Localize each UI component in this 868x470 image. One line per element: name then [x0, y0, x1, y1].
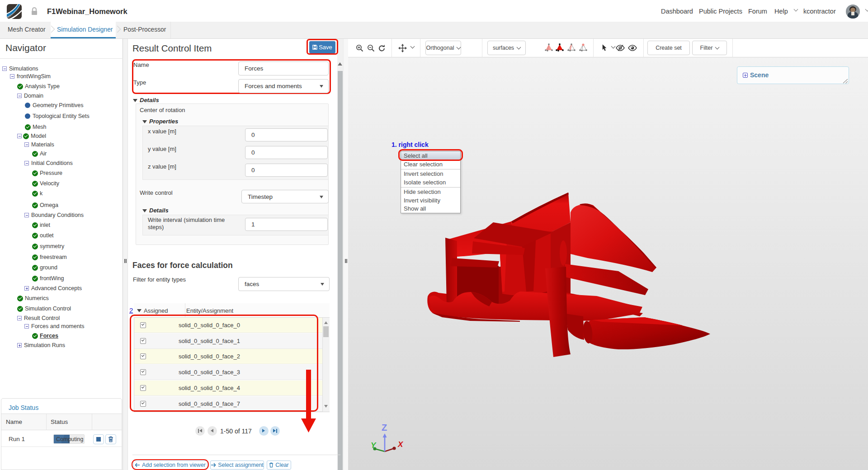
svg-text:Y: Y — [371, 441, 377, 450]
svg-text:X: X — [397, 440, 404, 449]
svg-text:Z: Z — [382, 423, 387, 432]
